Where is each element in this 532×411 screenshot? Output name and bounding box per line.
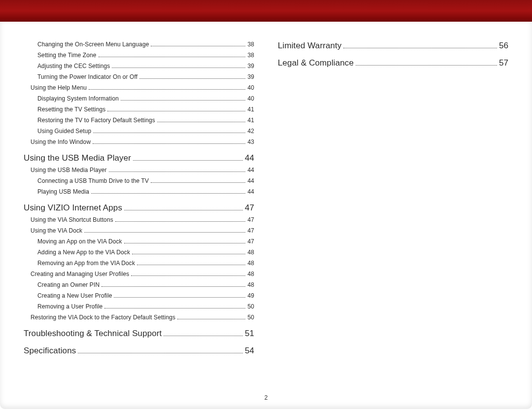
toc-leader-dots (164, 336, 242, 336)
toc-leader-dots (177, 319, 245, 319)
toc-entry: Restoring the TV to Factory Default Sett… (24, 117, 254, 123)
toc-entry-page: 51 (245, 329, 254, 338)
toc-entry-page: 50 (247, 304, 254, 309)
app-frame: Changing the On-Screen Menu Language38Se… (0, 0, 532, 411)
page-number: 2 (0, 394, 532, 401)
toc-entry-label: Creating an Owner PIN (37, 282, 100, 288)
toc-entry-label: Troubleshooting & Technical Support (24, 329, 162, 338)
toc-entry-label: Specifications (24, 346, 76, 355)
toc-entry-label: Using the VIA Shortcut Buttons (31, 217, 113, 223)
toc-entry: Connecting a USB Thumb Drive to the TV44 (24, 178, 254, 184)
toc-entry-page: 44 (247, 189, 254, 195)
toc-entry: Setting the Time Zone38 (24, 52, 254, 58)
toc-columns: Changing the On-Screen Menu Language38Se… (24, 41, 508, 360)
toc-entry: Creating and Managing User Profiles48 (24, 271, 254, 277)
toc-entry-label: Turning the Power Indicator On or Off (37, 74, 137, 80)
toc-entry-label: Limited Warranty (278, 41, 341, 50)
toc-entry-page: 47 (247, 239, 254, 244)
toc-entry: Creating a New User Profile49 (24, 293, 254, 299)
toc-entry: Using the VIA Dock47 (24, 228, 254, 234)
toc-entry-page: 40 (247, 85, 254, 91)
toc-entry-page: 48 (247, 271, 254, 277)
toc-entry-label: Connecting a USB Thumb Drive to the TV (37, 178, 149, 184)
toc-entry: Displaying System Information40 (24, 96, 254, 102)
toc-leader-dots (124, 210, 243, 210)
toc-leader-dots (99, 57, 246, 57)
toc-entry-label: Using VIZIO Internet Apps (24, 204, 122, 212)
toc-entry: Specifications54 (24, 346, 254, 355)
toc-entry-label: Using the Help Menu (31, 85, 87, 91)
toc-entry: Using the VIA Shortcut Buttons47 (24, 217, 254, 223)
toc-entry: Adjusting the CEC Settings39 (24, 63, 254, 69)
toc-entry-page: 47 (245, 204, 254, 212)
toc-leader-dots (133, 160, 243, 161)
toc-entry-page: 48 (247, 249, 254, 255)
toc-entry: Creating an Owner PIN48 (24, 282, 254, 288)
toc-entry: Using the Help Menu40 (24, 85, 254, 91)
toc-entry-page: 44 (245, 154, 254, 162)
toc-entry-label: Using the USB Media Player (31, 167, 107, 173)
toc-leader-dots (114, 297, 245, 298)
toc-entry: Playing USB Media44 (24, 189, 254, 195)
toc-entry-label: Removing a User Profile (37, 304, 102, 309)
toc-entry-page: 39 (247, 63, 254, 69)
toc-entry-label: Restoring the TV to Factory Default Sett… (37, 117, 155, 123)
toc-entry-page: 49 (247, 293, 254, 299)
toc-entry-page: 42 (247, 128, 254, 134)
toc-entry-label: Moving an App on the VIA Dock (37, 239, 122, 244)
toc-leader-dots (151, 182, 245, 183)
toc-leader-dots (132, 254, 245, 254)
toc-leader-dots (139, 78, 245, 79)
toc-entry: Removing a User Profile50 (24, 304, 254, 309)
toc-leader-dots (131, 275, 245, 276)
toc-entry-page: 47 (247, 217, 254, 223)
toc-entry-label: Using the USB Media Player (24, 154, 131, 162)
toc-entry-page: 39 (247, 74, 254, 80)
toc-entry: Legal & Compliance57 (278, 59, 508, 67)
toc-entry-label: Playing USB Media (37, 189, 89, 195)
toc-entry-page: 41 (247, 117, 254, 123)
toc-entry: Using the USB Media Player44 (24, 154, 254, 162)
toc-entry-page: 44 (247, 178, 254, 184)
toc-entry-label: Legal & Compliance (278, 59, 354, 67)
toc-entry: Troubleshooting & Technical Support51 (24, 329, 254, 338)
toc-entry: Turning the Power Indicator On or Off39 (24, 74, 254, 80)
toc-leader-dots (89, 89, 245, 90)
toc-entry-page: 50 (247, 314, 254, 320)
toc-entry: Resetting the TV Settings41 (24, 106, 254, 112)
toc-leader-dots (343, 48, 497, 48)
toc-entry: Using Guided Setup42 (24, 128, 254, 134)
toc-entry-page: 48 (247, 282, 254, 288)
toc-entry: Adding a New App to the VIA Dock48 (24, 249, 254, 255)
toc-entry-page: 57 (499, 59, 508, 67)
toc-entry: Using the Info Window43 (24, 139, 254, 145)
toc-entry-label: Setting the Time Zone (37, 52, 97, 58)
toc-entry-page: 47 (247, 228, 254, 234)
toc-column-left: Changing the On-Screen Menu Language38Se… (24, 41, 254, 360)
toc-entry-page: 40 (247, 96, 254, 102)
toc-leader-dots (124, 243, 246, 243)
toc-leader-dots (104, 308, 245, 308)
toc-entry-label: Restoring the VIA Dock to the Factory De… (31, 314, 175, 320)
toc-entry: Using VIZIO Internet Apps47 (24, 204, 254, 212)
toc-entry-label: Adjusting the CEC Settings (37, 63, 110, 69)
toc-entry-page: 54 (245, 346, 254, 355)
toc-leader-dots (101, 286, 245, 287)
toc-entry-page: 43 (247, 139, 254, 145)
toc-leader-dots (157, 122, 245, 122)
toc-entry-label: Using Guided Setup (37, 128, 91, 134)
toc-entry-label: Changing the On-Screen Menu Language (37, 41, 149, 47)
toc-entry-label: Creating a New User Profile (37, 293, 112, 299)
toc-leader-dots (107, 111, 245, 111)
toc-leader-dots (78, 353, 243, 353)
toc-leader-dots (91, 193, 245, 194)
toc-entry-label: Creating and Managing User Profiles (31, 271, 129, 277)
toc-entry-page: 38 (247, 41, 254, 47)
toc-leader-dots (151, 46, 245, 46)
toc-entry-page: 41 (247, 106, 254, 112)
toc-leader-dots (84, 232, 245, 233)
toc-entry-label: Using the Info Window (31, 139, 91, 145)
toc-entry-label: Resetting the TV Settings (37, 106, 105, 112)
toc-leader-dots (112, 68, 245, 68)
toc-entry-label: Displaying System Information (37, 96, 119, 102)
